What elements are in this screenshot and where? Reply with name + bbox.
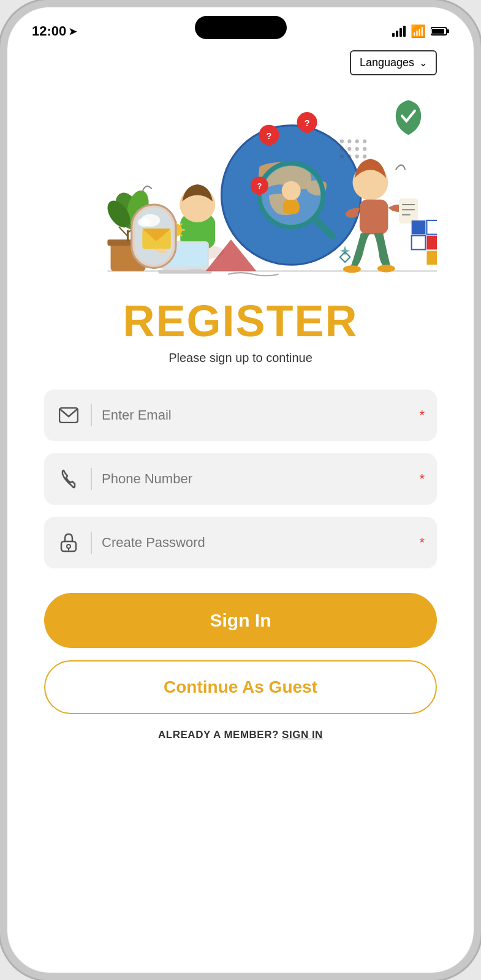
field-divider-3 — [91, 532, 92, 554]
svg-rect-52 — [426, 221, 437, 235]
guest-button[interactable]: Continue As Guest — [44, 660, 437, 714]
svg-rect-51 — [412, 221, 426, 235]
status-time: 12:00 ➤ — [32, 23, 77, 39]
sign-in-link[interactable]: SIGN IN — [282, 729, 323, 741]
svg-point-60 — [340, 147, 344, 151]
email-required-marker: * — [419, 407, 425, 423]
already-member-text: ALREADY A MEMBER? SIGN IN — [158, 729, 323, 741]
battery-icon — [431, 26, 449, 36]
phone-inner: 12:00 ➤ 📶 — [7, 7, 474, 973]
email-field-container: * — [44, 390, 437, 441]
svg-point-49 — [343, 265, 361, 273]
register-title: REGISTER — [123, 296, 358, 346]
svg-point-65 — [347, 154, 351, 158]
svg-rect-44 — [360, 200, 388, 235]
svg-rect-1 — [447, 29, 449, 33]
status-icons: 📶 — [392, 24, 449, 39]
password-field-container: * — [44, 517, 437, 568]
svg-point-30 — [282, 181, 301, 200]
svg-point-50 — [377, 265, 395, 272]
svg-point-59 — [363, 140, 366, 143]
svg-point-64 — [340, 154, 344, 158]
wifi-icon: 📶 — [411, 24, 426, 39]
phone-frame: 12:00 ➤ 📶 — [0, 0, 481, 980]
phone-input[interactable] — [102, 471, 407, 487]
already-member-label: ALREADY A MEMBER? — [158, 729, 279, 741]
phone-field-container: * — [44, 453, 437, 505]
svg-rect-2 — [432, 29, 444, 34]
hero-illustration: ? ? ? — [44, 81, 437, 290]
register-subtitle: Please sign up to continue — [169, 351, 312, 365]
svg-point-57 — [347, 140, 351, 143]
password-input[interactable] — [102, 535, 407, 551]
email-input[interactable] — [102, 407, 407, 423]
main-content: Languages ⌄ — [7, 44, 474, 766]
signal-icon — [392, 26, 406, 37]
time-display: 12:00 — [32, 23, 66, 39]
svg-rect-55 — [426, 251, 437, 265]
svg-point-61 — [347, 147, 351, 151]
svg-text:?: ? — [267, 130, 272, 140]
email-icon — [56, 403, 81, 428]
svg-rect-19 — [158, 270, 212, 274]
svg-text:?: ? — [257, 182, 262, 190]
svg-rect-45 — [399, 198, 418, 224]
svg-point-66 — [355, 154, 359, 158]
password-required-marker: * — [419, 535, 425, 551]
svg-point-67 — [363, 154, 366, 158]
sign-in-button[interactable]: Sign In — [44, 593, 437, 648]
svg-text:?: ? — [305, 118, 310, 128]
svg-rect-54 — [426, 236, 437, 250]
language-selector[interactable]: Languages ⌄ — [350, 50, 437, 75]
field-divider — [91, 404, 92, 426]
svg-line-10 — [119, 227, 127, 236]
dynamic-island — [195, 16, 287, 39]
field-divider-2 — [91, 468, 92, 490]
lock-icon — [56, 530, 81, 555]
language-row: Languages ⌄ — [44, 44, 437, 75]
svg-point-58 — [355, 140, 359, 143]
phone-icon — [56, 467, 81, 491]
location-arrow-icon: ➤ — [69, 26, 77, 37]
svg-rect-53 — [412, 236, 426, 250]
svg-rect-31 — [283, 200, 300, 214]
phone-required-marker: * — [419, 471, 425, 487]
svg-point-62 — [355, 147, 359, 151]
chevron-down-icon: ⌄ — [419, 57, 427, 69]
svg-point-56 — [340, 140, 344, 143]
svg-point-63 — [363, 147, 366, 151]
svg-point-41 — [138, 218, 151, 227]
language-label: Languages — [360, 56, 414, 69]
